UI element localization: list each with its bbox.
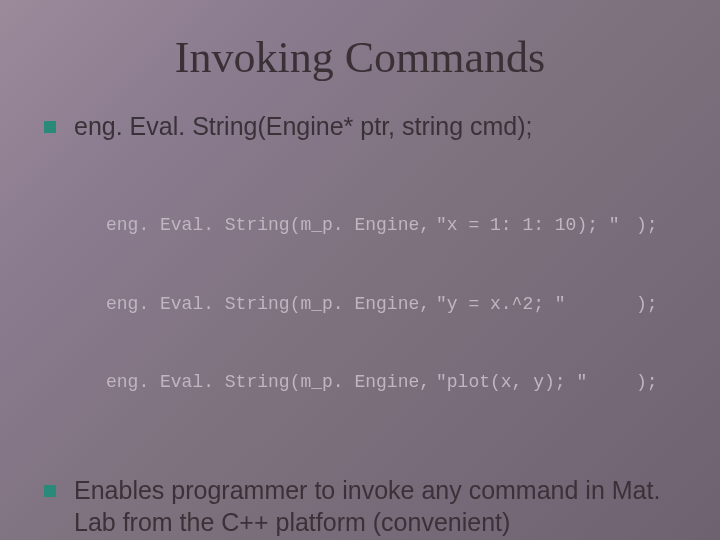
bullet-item-2: Enables programmer to invoke any command… bbox=[44, 475, 684, 538]
code-arg: "y = x.^2; " bbox=[436, 291, 636, 317]
bullet-item-1: eng. Eval. String(Engine* ptr, string cm… bbox=[44, 111, 684, 142]
code-line: eng. Eval. String(m_p. Engine,"plot(x, y… bbox=[106, 369, 684, 395]
code-arg: "x = 1: 1: 10); " bbox=[436, 212, 636, 238]
bullet-text: Enables programmer to invoke any command… bbox=[74, 475, 684, 538]
code-close: ); bbox=[636, 369, 658, 395]
code-fn: eng. Eval. String(m_p. Engine, bbox=[106, 369, 436, 395]
code-close: ); bbox=[636, 291, 658, 317]
bullet-text: eng. Eval. String(Engine* ptr, string cm… bbox=[74, 111, 533, 142]
slide: Invoking Commands eng. Eval. String(Engi… bbox=[0, 0, 720, 540]
page-title: Invoking Commands bbox=[36, 32, 684, 83]
code-fn: eng. Eval. String(m_p. Engine, bbox=[106, 212, 436, 238]
code-close: ); bbox=[636, 212, 658, 238]
bullet-square-icon bbox=[44, 485, 56, 497]
bullet-square-icon bbox=[44, 121, 56, 133]
code-arg: "plot(x, y); " bbox=[436, 369, 636, 395]
code-fn: eng. Eval. String(m_p. Engine, bbox=[106, 291, 436, 317]
code-line: eng. Eval. String(m_p. Engine,"y = x.^2;… bbox=[106, 291, 684, 317]
code-block: eng. Eval. String(m_p. Engine,"x = 1: 1:… bbox=[106, 160, 684, 447]
code-line: eng. Eval. String(m_p. Engine,"x = 1: 1:… bbox=[106, 212, 684, 238]
